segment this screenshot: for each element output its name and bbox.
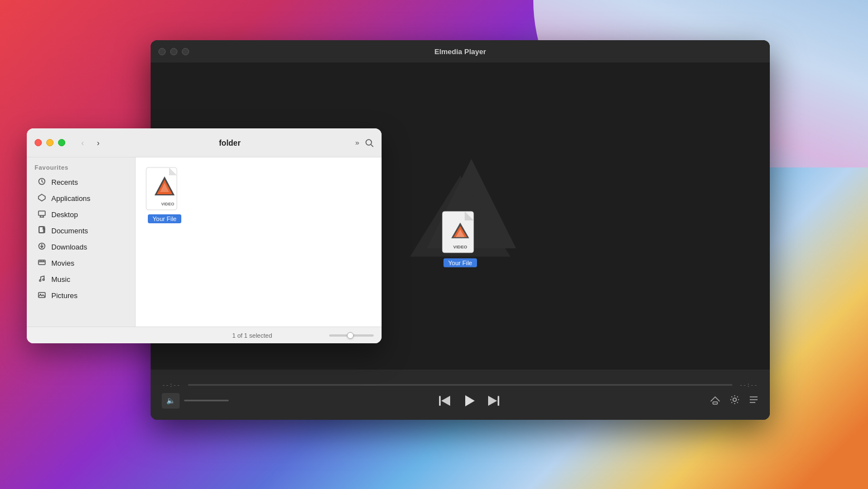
play-icon <box>462 394 476 408</box>
svg-rect-23 <box>38 211 45 215</box>
desktop-icon <box>37 210 47 219</box>
settings-button[interactable] <box>730 395 740 407</box>
sidebar-item-music[interactable]: Music <box>29 271 133 287</box>
airplay-icon <box>710 395 721 405</box>
finder-minimize-button[interactable] <box>46 139 54 146</box>
finder-sidebar: Favourites Recents Applications <box>27 157 136 327</box>
file-doc-icon: VIDEO <box>144 166 185 212</box>
volume-track[interactable] <box>184 400 229 401</box>
volume-icon: 🔈 <box>166 396 175 405</box>
progress-track[interactable] <box>188 384 732 386</box>
finder-close-button[interactable] <box>35 139 42 146</box>
player-minimize-button[interactable] <box>170 48 177 55</box>
applications-icon <box>37 194 47 203</box>
sidebar-item-downloads[interactable]: Downloads <box>29 239 133 255</box>
playlist-icon <box>749 395 759 404</box>
sidebar-item-label-downloads: Downloads <box>51 243 87 251</box>
downloads-icon <box>37 242 47 252</box>
sidebar-item-label-recents: Recents <box>51 178 78 186</box>
finder-window: ‹ › folder » Favourites <box>27 128 382 343</box>
player-controls: --:-- --:-- 🔈 <box>151 370 770 420</box>
view-options-button[interactable]: » <box>355 138 359 147</box>
play-button[interactable] <box>462 394 476 408</box>
sidebar-item-label-music: Music <box>51 275 70 284</box>
finder-body: Favourites Recents Applications <box>27 157 382 327</box>
file-item[interactable]: VIDEO Your File <box>144 166 185 223</box>
sidebar-item-label-movies: Movies <box>51 259 74 267</box>
time-start: --:-- <box>162 381 181 389</box>
sidebar-item-desktop[interactable]: Desktop <box>29 207 133 223</box>
forward-button[interactable]: › <box>92 137 104 149</box>
time-end: --:-- <box>739 381 759 389</box>
player-maximize-button[interactable] <box>182 48 189 55</box>
svg-point-15 <box>733 398 736 401</box>
svg-marker-13 <box>488 396 497 406</box>
player-file-label: Your File <box>443 258 476 267</box>
svg-point-19 <box>366 140 372 145</box>
sidebar-item-applications[interactable]: Applications <box>29 190 133 207</box>
next-icon <box>487 396 499 406</box>
finder-traffic-lights <box>35 139 65 146</box>
svg-rect-14 <box>713 402 717 404</box>
svg-point-37 <box>40 280 41 281</box>
music-icon <box>37 275 47 284</box>
size-slider[interactable] <box>329 334 374 337</box>
sidebar-item-label-applications: Applications <box>51 194 90 203</box>
finder-file-grid: VIDEO Your File <box>144 166 373 318</box>
airplay-button[interactable] <box>710 395 721 407</box>
svg-point-38 <box>43 279 45 281</box>
svg-marker-22 <box>38 194 45 201</box>
sidebar-item-pictures[interactable]: Pictures <box>29 287 133 304</box>
search-icon <box>365 138 374 147</box>
sidebar-item-recents[interactable]: Recents <box>29 174 133 190</box>
volume-button[interactable]: 🔈 <box>162 393 180 409</box>
player-file-icon: VIDEO <box>440 210 480 256</box>
main-controls <box>439 394 499 408</box>
svg-marker-11 <box>465 395 475 406</box>
finder-toolbar-right: » <box>355 138 374 147</box>
svg-marker-10 <box>441 396 450 406</box>
volume-control: 🔈 <box>162 393 229 409</box>
playlist-button[interactable] <box>749 395 759 406</box>
back-button[interactable]: ‹ <box>76 137 89 149</box>
sidebar-section-favourites: Favourites <box>27 164 135 174</box>
sidebar-item-label-pictures: Pictures <box>51 291 78 300</box>
search-button[interactable] <box>365 138 374 147</box>
player-close-button[interactable] <box>158 48 166 55</box>
next-button[interactable] <box>487 396 499 406</box>
status-text: 1 of 1 selected <box>182 332 322 339</box>
player-traffic-lights <box>158 48 189 55</box>
finder-nav: ‹ › <box>76 137 104 149</box>
finder-path-title: folder <box>111 138 349 147</box>
sidebar-item-documents[interactable]: Documents <box>29 223 133 239</box>
pictures-icon <box>37 291 47 300</box>
svg-rect-9 <box>439 396 441 406</box>
sidebar-item-movies[interactable]: Movies <box>29 255 133 271</box>
file-label: Your File <box>148 214 181 223</box>
player-titlebar: Elmedia Player <box>151 40 770 63</box>
gear-icon <box>730 395 740 405</box>
recents-icon <box>37 178 47 187</box>
slider-thumb <box>347 332 354 339</box>
progress-bar-container: --:-- --:-- <box>162 381 759 389</box>
movies-icon <box>37 258 47 268</box>
finder-titlebar: ‹ › folder » <box>27 128 382 157</box>
finder-maximize-button[interactable] <box>58 139 65 146</box>
player-title: Elmedia Player <box>435 47 486 56</box>
svg-rect-12 <box>498 396 499 406</box>
svg-text:VIDEO: VIDEO <box>161 202 175 207</box>
finder-statusbar: 1 of 1 selected <box>27 327 382 343</box>
right-controls <box>710 395 759 407</box>
sidebar-item-label-desktop: Desktop <box>51 210 78 219</box>
prev-button[interactable] <box>439 396 451 406</box>
prev-icon <box>439 396 451 406</box>
svg-line-20 <box>371 145 373 147</box>
svg-rect-39 <box>38 293 45 298</box>
finder-main: VIDEO Your File <box>136 157 382 327</box>
sidebar-item-label-documents: Documents <box>51 227 88 235</box>
documents-icon <box>37 226 47 236</box>
svg-text:VIDEO: VIDEO <box>454 244 467 250</box>
controls-row: 🔈 <box>162 393 759 409</box>
